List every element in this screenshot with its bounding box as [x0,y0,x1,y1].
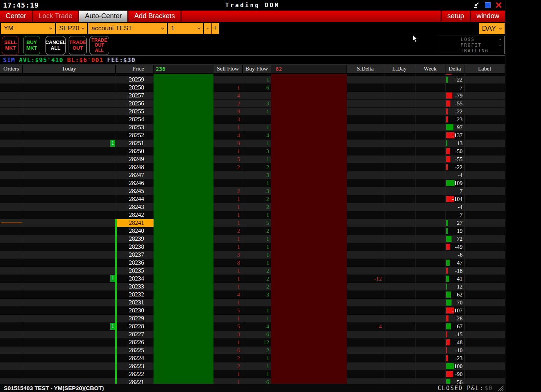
close-icon[interactable] [495,2,502,8]
price-cell[interactable]: 28227 [116,331,154,339]
price-cell[interactable]: 28252 [116,132,154,140]
today-cell[interactable] [23,378,116,384]
ask-depth-cell[interactable] [271,108,347,116]
account-select[interactable]: account TEST [88,23,167,34]
today-cell[interactable]: 1 [23,323,116,331]
bid-depth-cell[interactable] [154,227,213,235]
bid-depth-cell[interactable] [154,347,213,354]
price-cell[interactable]: 28222 [116,370,154,378]
today-cell[interactable] [23,132,116,140]
ask-depth-cell[interactable] [271,315,347,323]
orders-cell[interactable] [0,251,23,259]
bid-depth-cell[interactable] [154,116,213,124]
today-cell[interactable] [23,108,116,116]
header-sell-flow[interactable]: Sell Flow [213,65,243,73]
orders-cell[interactable] [0,76,23,84]
today-cell[interactable] [23,227,116,235]
bid-depth-cell[interactable] [154,354,213,362]
bid-depth-cell[interactable] [154,195,213,203]
orders-cell[interactable] [0,362,23,370]
header-sdelta[interactable]: S.Delta [347,65,384,73]
orders-cell[interactable] [0,275,23,283]
orders-cell[interactable] [0,163,23,171]
bid-depth-cell[interactable] [154,92,213,100]
ask-depth-cell[interactable] [271,283,347,291]
bid-depth-cell[interactable] [154,331,213,339]
orders-cell[interactable] [0,235,23,243]
price-cell[interactable]: 28234 [116,275,154,283]
bid-depth-cell[interactable] [154,203,213,211]
bid-depth-cell[interactable] [154,235,213,243]
orders-cell[interactable] [0,171,23,179]
header-label[interactable]: Label [464,65,505,73]
orders-cell[interactable] [0,147,23,155]
ask-depth-cell[interactable] [271,347,347,354]
bid-depth-cell[interactable] [154,171,213,179]
ask-depth-cell[interactable] [271,124,347,132]
today-cell[interactable] [23,243,116,251]
ask-depth-cell[interactable] [271,275,347,283]
bid-depth-cell[interactable] [154,315,213,323]
bid-depth-cell[interactable] [154,211,213,219]
price-cell[interactable]: 28248 [116,163,154,171]
bid-depth-cell[interactable] [154,267,213,275]
orders-cell[interactable] [0,315,23,323]
ask-depth-cell[interactable] [271,331,347,339]
price-cell[interactable]: 28246 [116,179,154,187]
bid-depth-cell[interactable] [154,339,213,347]
menu-setup[interactable]: setup [441,11,470,22]
price-cell[interactable]: 28232 [116,291,154,299]
orders-cell[interactable] [0,100,23,108]
orders-cell[interactable] [0,339,23,347]
price-cell[interactable]: 28231 [116,299,154,307]
bid-depth-cell[interactable] [154,307,213,315]
price-cell[interactable]: 28241 [116,219,154,227]
header-today[interactable]: Today [23,65,116,73]
today-cell[interactable] [23,251,116,259]
ask-depth-cell[interactable] [271,132,347,140]
bid-depth-cell[interactable] [154,84,213,92]
ask-depth-cell[interactable] [271,76,347,84]
header-price[interactable]: Price [116,65,154,73]
bid-depth-cell[interactable] [154,243,213,251]
orders-cell[interactable] [0,259,23,267]
ask-depth-cell[interactable] [271,140,347,147]
menu-window[interactable]: window [470,11,505,22]
price-cell[interactable]: 28226 [116,339,154,347]
bid-depth-cell[interactable] [154,163,213,171]
menu-add-brackets[interactable]: Add Brackets [129,11,182,22]
expiry-select[interactable]: SEP20 [56,23,87,34]
today-cell[interactable] [23,84,116,92]
ask-depth-cell[interactable] [271,147,347,155]
bid-depth-cell[interactable] [154,378,213,384]
duration-select[interactable]: DAY [479,23,505,34]
orders-cell[interactable] [0,124,23,132]
today-cell[interactable] [23,354,116,362]
price-cell[interactable]: 28236 [116,259,154,267]
price-cell[interactable]: 28253 [116,124,154,132]
menu-lock-trade[interactable]: Lock Trade [33,11,79,22]
orders-cell[interactable] [0,227,23,235]
ask-depth-cell[interactable] [271,211,347,219]
ask-depth-cell[interactable] [271,155,347,163]
today-cell[interactable] [23,211,116,219]
header-buy-flow[interactable]: Buy Flow [243,65,271,73]
ask-depth-cell[interactable] [271,227,347,235]
orders-cell[interactable] [0,331,23,339]
bid-depth-cell[interactable] [154,108,213,116]
orders-cell[interactable] [0,370,23,378]
bid-depth-cell[interactable] [154,259,213,267]
price-cell[interactable]: 28228 [116,323,154,331]
orders-cell[interactable] [0,108,23,116]
ask-depth-cell[interactable] [271,116,347,124]
price-cell[interactable]: 28250 [116,147,154,155]
bid-depth-cell[interactable] [154,124,213,132]
price-cell[interactable]: 28240 [116,227,154,235]
orders-cell[interactable] [0,132,23,140]
trade-out-button[interactable]: TRADEOUT [69,36,87,55]
orders-cell[interactable] [0,203,23,211]
bid-depth-cell[interactable] [154,132,213,140]
header-orders[interactable]: Orders [0,65,23,73]
resize-grip-icon[interactable] [497,386,503,392]
orders-cell[interactable] [0,291,23,299]
